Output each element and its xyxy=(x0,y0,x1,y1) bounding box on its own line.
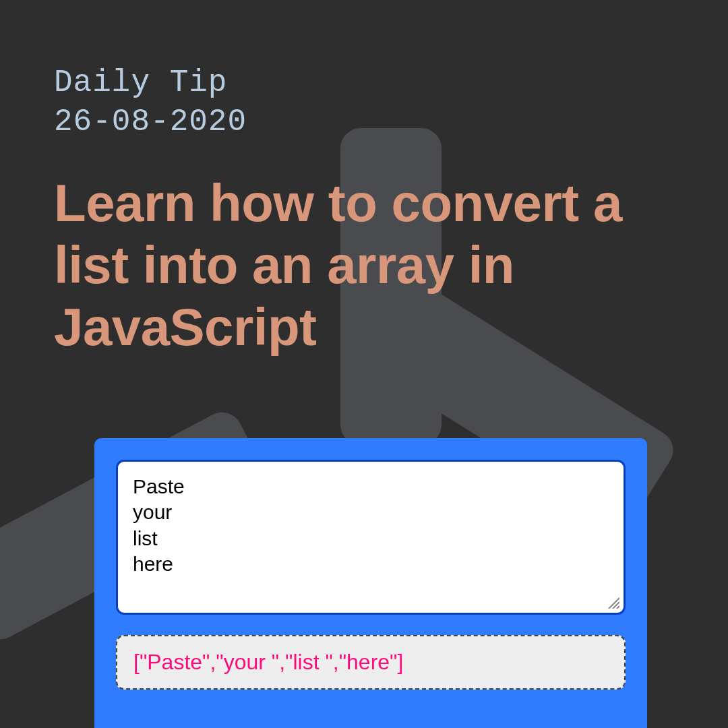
page-title: Learn how to convert a list into an arra… xyxy=(54,172,674,358)
resize-handle-icon xyxy=(606,595,619,609)
list-input[interactable]: Paste your list here xyxy=(116,460,626,615)
svg-line-2 xyxy=(617,606,619,609)
eyebrow-line-2: 26-08-2020 xyxy=(54,103,674,142)
svg-line-0 xyxy=(609,598,619,609)
eyebrow: Daily Tip 26-08-2020 xyxy=(54,64,674,142)
array-output: ["Paste","your ","list ","here"] xyxy=(116,635,626,690)
svg-line-1 xyxy=(613,602,619,609)
demo-panel: Paste your list here ["Paste","your ","l… xyxy=(94,438,647,728)
eyebrow-line-1: Daily Tip xyxy=(54,64,674,103)
